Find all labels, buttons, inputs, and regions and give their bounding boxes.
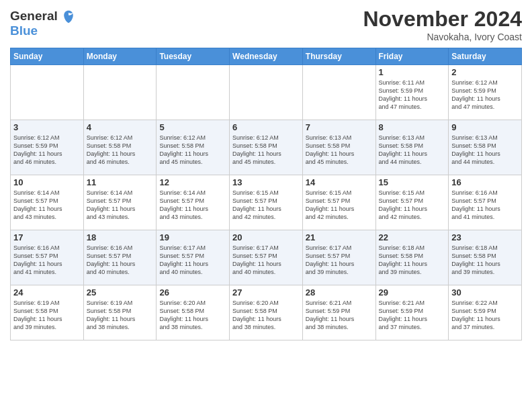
day-number: 28	[306, 287, 373, 298]
day-number: 5	[159, 122, 226, 132]
day-number: 10	[13, 177, 81, 187]
calendar-body: 1Sunrise: 6:11 AM Sunset: 5:59 PM Daylig…	[11, 65, 522, 340]
title-block: November 2024 Navokaha, Ivory Coast	[363, 7, 522, 42]
calendar-cell: 8Sunrise: 6:13 AM Sunset: 5:58 PM Daylig…	[375, 120, 449, 175]
day-number: 24	[13, 287, 81, 298]
header-row: Sunday Monday Tuesday Wednesday Thursday…	[11, 48, 522, 65]
calendar-cell: 15Sunrise: 6:15 AM Sunset: 5:57 PM Dayli…	[375, 175, 449, 230]
logo-blue: Blue	[10, 24, 75, 37]
day-info: Sunrise: 6:16 AM Sunset: 5:57 PM Dayligh…	[13, 244, 81, 277]
calendar-cell: 10Sunrise: 6:14 AM Sunset: 5:57 PM Dayli…	[11, 175, 84, 230]
day-number: 2	[451, 67, 519, 77]
calendar-cell: 25Sunrise: 6:19 AM Sunset: 5:58 PM Dayli…	[83, 285, 157, 340]
day-number: 26	[159, 287, 226, 298]
day-number: 29	[379, 287, 446, 298]
day-info: Sunrise: 6:13 AM Sunset: 5:58 PM Dayligh…	[306, 134, 373, 167]
calendar-cell: 16Sunrise: 6:16 AM Sunset: 5:57 PM Dayli…	[449, 175, 522, 230]
day-info: Sunrise: 6:13 AM Sunset: 5:58 PM Dayligh…	[379, 134, 446, 167]
day-number: 13	[232, 177, 300, 187]
day-number: 25	[87, 287, 154, 298]
day-info: Sunrise: 6:17 AM Sunset: 5:57 PM Dayligh…	[159, 244, 226, 277]
calendar-cell: 24Sunrise: 6:19 AM Sunset: 5:58 PM Dayli…	[11, 285, 84, 340]
day-info: Sunrise: 6:12 AM Sunset: 5:58 PM Dayligh…	[159, 134, 226, 167]
calendar-cell	[302, 65, 375, 120]
day-info: Sunrise: 6:19 AM Sunset: 5:58 PM Dayligh…	[13, 299, 81, 332]
calendar-cell: 6Sunrise: 6:12 AM Sunset: 5:58 PM Daylig…	[230, 120, 303, 175]
day-info: Sunrise: 6:17 AM Sunset: 5:57 PM Dayligh…	[232, 244, 300, 277]
day-info: Sunrise: 6:15 AM Sunset: 5:57 PM Dayligh…	[306, 189, 373, 222]
day-info: Sunrise: 6:20 AM Sunset: 5:58 PM Dayligh…	[159, 299, 226, 332]
logo-bird-icon	[62, 9, 75, 24]
day-info: Sunrise: 6:15 AM Sunset: 5:57 PM Dayligh…	[232, 189, 300, 222]
calendar-cell: 26Sunrise: 6:20 AM Sunset: 5:58 PM Dayli…	[157, 285, 230, 340]
day-info: Sunrise: 6:13 AM Sunset: 5:58 PM Dayligh…	[451, 134, 519, 167]
logo: General Blue	[10, 9, 75, 37]
day-number: 16	[451, 177, 519, 187]
day-info: Sunrise: 6:14 AM Sunset: 5:57 PM Dayligh…	[159, 189, 226, 222]
day-info: Sunrise: 6:11 AM Sunset: 5:59 PM Dayligh…	[379, 79, 446, 111]
calendar-cell: 23Sunrise: 6:18 AM Sunset: 5:58 PM Dayli…	[449, 230, 522, 285]
day-number: 11	[87, 177, 154, 187]
day-number: 18	[87, 232, 154, 242]
calendar-cell: 12Sunrise: 6:14 AM Sunset: 5:57 PM Dayli…	[157, 175, 230, 230]
day-number: 22	[379, 232, 446, 242]
calendar-cell	[83, 65, 157, 120]
day-number: 27	[232, 287, 300, 298]
day-info: Sunrise: 6:16 AM Sunset: 5:57 PM Dayligh…	[451, 189, 519, 222]
calendar-cell: 20Sunrise: 6:17 AM Sunset: 5:57 PM Dayli…	[230, 230, 303, 285]
calendar-cell: 9Sunrise: 6:13 AM Sunset: 5:58 PM Daylig…	[449, 120, 522, 175]
day-number: 15	[379, 177, 446, 187]
col-tuesday: Tuesday	[157, 48, 230, 65]
calendar-cell: 17Sunrise: 6:16 AM Sunset: 5:57 PM Dayli…	[11, 230, 84, 285]
day-info: Sunrise: 6:19 AM Sunset: 5:58 PM Dayligh…	[87, 299, 154, 332]
calendar-table: Sunday Monday Tuesday Wednesday Thursday…	[10, 48, 522, 340]
calendar-week-1: 1Sunrise: 6:11 AM Sunset: 5:59 PM Daylig…	[11, 65, 522, 120]
col-wednesday: Wednesday	[230, 48, 303, 65]
day-number: 8	[379, 122, 446, 132]
location: Navokaha, Ivory Coast	[363, 32, 522, 42]
day-info: Sunrise: 6:18 AM Sunset: 5:58 PM Dayligh…	[379, 244, 446, 277]
col-thursday: Thursday	[302, 48, 375, 65]
calendar-cell: 11Sunrise: 6:14 AM Sunset: 5:57 PM Dayli…	[83, 175, 157, 230]
day-info: Sunrise: 6:12 AM Sunset: 5:59 PM Dayligh…	[13, 134, 81, 167]
day-number: 14	[306, 177, 373, 187]
header: General Blue November 2024 Navokaha, Ivo…	[10, 7, 522, 42]
calendar-cell: 5Sunrise: 6:12 AM Sunset: 5:58 PM Daylig…	[157, 120, 230, 175]
calendar-cell: 27Sunrise: 6:20 AM Sunset: 5:58 PM Dayli…	[230, 285, 303, 340]
day-info: Sunrise: 6:16 AM Sunset: 5:57 PM Dayligh…	[87, 244, 154, 277]
day-info: Sunrise: 6:12 AM Sunset: 5:58 PM Dayligh…	[232, 134, 300, 167]
day-number: 23	[451, 232, 519, 242]
calendar-cell: 1Sunrise: 6:11 AM Sunset: 5:59 PM Daylig…	[375, 65, 449, 120]
calendar-cell: 29Sunrise: 6:21 AM Sunset: 5:59 PM Dayli…	[375, 285, 449, 340]
month-title: November 2024	[363, 7, 522, 32]
page-container: General Blue November 2024 Navokaha, Ivo…	[0, 0, 532, 344]
calendar-cell: 3Sunrise: 6:12 AM Sunset: 5:59 PM Daylig…	[11, 120, 84, 175]
day-info: Sunrise: 6:12 AM Sunset: 5:58 PM Dayligh…	[87, 134, 154, 167]
calendar-cell: 7Sunrise: 6:13 AM Sunset: 5:58 PM Daylig…	[302, 120, 375, 175]
day-number: 3	[13, 122, 81, 132]
day-number: 4	[87, 122, 154, 132]
calendar-cell	[11, 65, 84, 120]
calendar-cell: 21Sunrise: 6:17 AM Sunset: 5:57 PM Dayli…	[302, 230, 375, 285]
day-info: Sunrise: 6:18 AM Sunset: 5:58 PM Dayligh…	[451, 244, 519, 277]
day-number: 20	[232, 232, 300, 242]
calendar-cell	[230, 65, 303, 120]
day-number: 12	[159, 177, 226, 187]
day-number: 1	[379, 67, 446, 77]
calendar-cell: 19Sunrise: 6:17 AM Sunset: 5:57 PM Dayli…	[157, 230, 230, 285]
day-info: Sunrise: 6:21 AM Sunset: 5:59 PM Dayligh…	[379, 299, 446, 332]
day-info: Sunrise: 6:14 AM Sunset: 5:57 PM Dayligh…	[87, 189, 154, 222]
day-info: Sunrise: 6:12 AM Sunset: 5:59 PM Dayligh…	[451, 79, 519, 111]
day-number: 9	[451, 122, 519, 132]
day-info: Sunrise: 6:20 AM Sunset: 5:58 PM Dayligh…	[232, 299, 300, 332]
calendar-cell	[157, 65, 230, 120]
calendar-cell: 28Sunrise: 6:21 AM Sunset: 5:59 PM Dayli…	[302, 285, 375, 340]
calendar-cell: 30Sunrise: 6:22 AM Sunset: 5:59 PM Dayli…	[449, 285, 522, 340]
col-friday: Friday	[375, 48, 449, 65]
calendar-cell: 4Sunrise: 6:12 AM Sunset: 5:58 PM Daylig…	[83, 120, 157, 175]
day-number: 30	[451, 287, 519, 298]
calendar-cell: 22Sunrise: 6:18 AM Sunset: 5:58 PM Dayli…	[375, 230, 449, 285]
calendar-cell: 18Sunrise: 6:16 AM Sunset: 5:57 PM Dayli…	[83, 230, 157, 285]
day-number: 19	[159, 232, 226, 242]
calendar-cell: 14Sunrise: 6:15 AM Sunset: 5:57 PM Dayli…	[302, 175, 375, 230]
